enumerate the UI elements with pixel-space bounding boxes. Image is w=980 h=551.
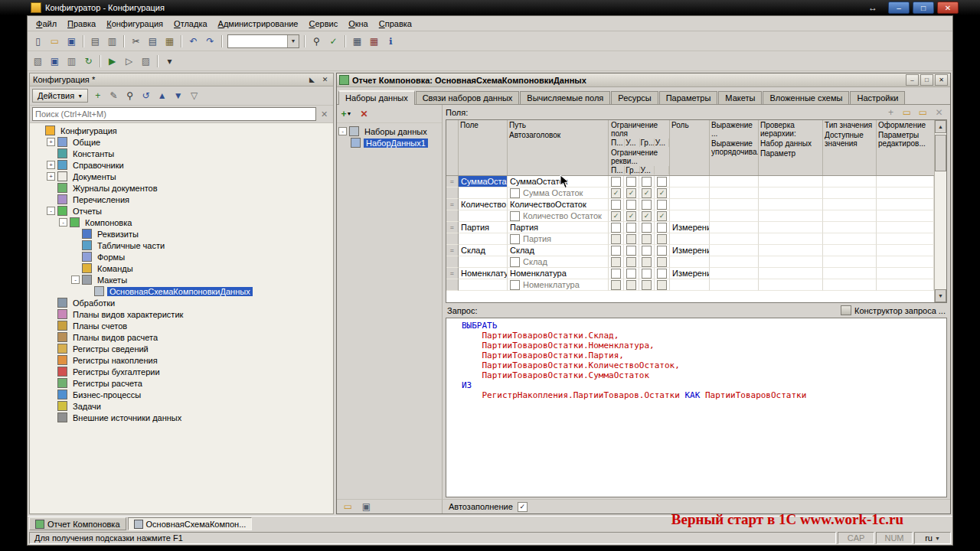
restriction-cell[interactable] — [609, 256, 624, 268]
field-role-cell[interactable]: Измерение — [670, 268, 710, 279]
field-path-cell[interactable]: СуммаОстаток — [508, 176, 609, 187]
restriction-cell[interactable] — [655, 245, 670, 256]
restriction-cell[interactable] — [624, 176, 639, 187]
tab-ресурсы[interactable]: Ресурсы — [611, 91, 658, 104]
filter-icon[interactable]: ▽ — [186, 88, 202, 104]
field-path-cell[interactable]: Склад — [508, 245, 609, 256]
col-expression[interactable]: Выражение ... Выражение упорядочива... — [710, 120, 759, 175]
checkbox-checked[interactable] — [657, 188, 667, 198]
tab-вычисляемые-поля[interactable]: Вычисляемые поля — [520, 91, 610, 104]
col-restrictions[interactable]: Ограничение поля П...У...Гр...У... Огран… — [609, 120, 670, 175]
menu-item-сервис[interactable]: Сервис — [303, 18, 343, 30]
pin-icon[interactable]: ◣ — [307, 75, 317, 84]
collapse-icon[interactable]: - — [59, 218, 67, 227]
auto-title-cell[interactable]: Склад — [508, 256, 609, 268]
col-value-type[interactable]: Тип значения Доступные значения — [823, 120, 877, 175]
checkbox-unchecked[interactable] — [642, 246, 652, 256]
field-path-cell[interactable]: КоличествоОстаток — [508, 199, 609, 210]
restriction-cell[interactable] — [639, 245, 655, 256]
tree-item[interactable]: Команды — [30, 262, 333, 274]
copy-icon[interactable]: ▤ — [145, 33, 161, 49]
delete-dataset-icon[interactable]: ✕ — [356, 106, 372, 122]
restriction-cell[interactable] — [624, 256, 639, 268]
open-icon[interactable]: ▭ — [47, 33, 63, 49]
new-document-icon[interactable]: ▯ — [30, 33, 46, 49]
restriction-cell[interactable] — [639, 210, 655, 222]
field-appearance-cell[interactable] — [877, 245, 934, 256]
checkbox-unchecked[interactable] — [611, 269, 621, 279]
autofill-checkbox[interactable] — [518, 502, 528, 512]
tree-item[interactable]: Планы видов характеристик — [30, 308, 333, 320]
checkbox-checked[interactable] — [657, 211, 667, 221]
checkbox-checked[interactable] — [611, 211, 621, 221]
restriction-cell[interactable] — [655, 210, 670, 222]
tree-item[interactable]: -Макеты — [30, 274, 333, 285]
tree-item[interactable]: Регистры расчета — [30, 377, 333, 389]
field-name-cell[interactable]: СуммаОста... — [459, 176, 508, 187]
chevron-down-icon[interactable]: ▼ — [287, 35, 299, 47]
restriction-cell[interactable] — [655, 187, 670, 199]
checkbox-unchecked[interactable] — [626, 257, 636, 267]
tree-item[interactable]: -Компоновка — [30, 217, 333, 228]
restriction-cell[interactable] — [655, 279, 670, 291]
restriction-cell[interactable] — [624, 187, 639, 199]
doc-titlebar[interactable]: Отчет Компоновка: ОсновнаяСхемаКомпоновк… — [337, 73, 950, 87]
tree-item[interactable]: Регистры сведений — [30, 343, 333, 354]
field-row[interactable]: =СуммаОста...СуммаОстаток — [446, 176, 934, 187]
field-subrow[interactable]: Количество Остаток — [446, 210, 934, 222]
col-appearance[interactable]: Оформление Параметры редактиров... — [877, 120, 934, 175]
field-type-cell[interactable] — [823, 199, 877, 210]
checkbox-unchecked[interactable] — [611, 200, 621, 210]
checkbox-unchecked[interactable] — [626, 280, 636, 290]
dataset-item[interactable]: НаборДанных1 — [338, 137, 440, 148]
checkbox-unchecked[interactable] — [510, 188, 520, 198]
restriction-cell[interactable] — [609, 187, 624, 199]
close-panel-icon[interactable]: ✕ — [320, 75, 330, 84]
expand-icon[interactable]: + — [47, 172, 55, 181]
checkbox-unchecked[interactable] — [642, 257, 652, 267]
new-folder-icon[interactable]: ▭ — [915, 104, 931, 120]
tab-связи-наборов-данных[interactable]: Связи наборов данных — [416, 91, 520, 104]
tree-item[interactable]: Табличные части — [30, 240, 333, 251]
field-hierarchy-cell[interactable] — [759, 245, 823, 256]
field-expression-cell[interactable] — [710, 245, 759, 256]
restriction-cell[interactable] — [624, 279, 639, 291]
scroll-up-icon[interactable]: ▲ — [935, 120, 946, 133]
tree-item[interactable]: Константы — [30, 148, 333, 159]
field-subrow[interactable]: Склад — [446, 256, 934, 268]
tree-item[interactable]: Реквизиты — [30, 228, 333, 240]
language-indicator[interactable]: ru▼ — [914, 532, 951, 544]
restriction-cell[interactable] — [655, 199, 670, 210]
tree-item[interactable]: Планы видов расчета — [30, 331, 333, 343]
checkbox-unchecked[interactable] — [642, 269, 652, 279]
add-dataset-icon[interactable]: +▼ — [338, 106, 354, 122]
checkbox-unchecked[interactable] — [611, 280, 621, 290]
tree-item[interactable]: +Документы — [30, 171, 333, 182]
scroll-thumb[interactable] — [935, 135, 946, 171]
restriction-cell[interactable] — [639, 268, 655, 279]
info-icon[interactable]: ℹ — [383, 33, 399, 49]
move-down-icon[interactable]: ▼ — [170, 88, 186, 104]
restriction-cell[interactable] — [624, 245, 639, 256]
restriction-cell[interactable] — [655, 176, 670, 187]
tree-item[interactable]: Внешние источники данных — [30, 412, 333, 423]
find-combo[interactable]: ▼ — [227, 34, 299, 48]
save-icon[interactable]: ▣ — [64, 33, 80, 49]
checkbox-unchecked[interactable] — [657, 246, 667, 256]
checkbox-unchecked[interactable] — [626, 269, 636, 279]
restriction-cell[interactable] — [624, 199, 639, 210]
tab-вложенные-схемы[interactable]: Вложенные схемы — [763, 91, 849, 104]
checkbox-checked[interactable] — [642, 188, 652, 198]
tree-item[interactable]: +Общие — [30, 136, 333, 148]
field-expression-cell[interactable] — [710, 176, 759, 187]
field-hierarchy-cell[interactable] — [759, 222, 823, 233]
open-folder-icon[interactable]: ▭ — [899, 104, 915, 120]
checkbox-unchecked[interactable] — [626, 234, 636, 244]
open-configuration-icon[interactable]: ▧ — [30, 53, 46, 69]
tree-item[interactable]: -Отчеты — [30, 205, 333, 217]
print-preview-icon[interactable]: ▥ — [104, 33, 120, 49]
tab-настройки[interactable]: Настройки — [850, 91, 905, 104]
field-hierarchy-cell[interactable] — [759, 176, 823, 187]
auto-title-cell[interactable]: Номенклатура — [508, 279, 609, 291]
menu-item-справка[interactable]: Справка — [374, 18, 417, 30]
